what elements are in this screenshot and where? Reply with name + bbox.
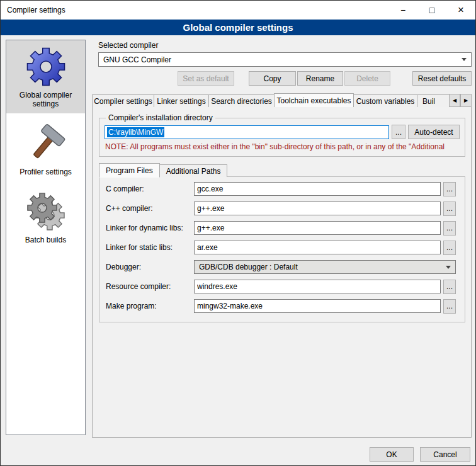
ok-button[interactable]: OK	[370, 447, 414, 462]
minimize-button[interactable]: −	[388, 1, 417, 20]
tab-scroll-right-button[interactable]: ▶	[460, 94, 472, 107]
field-label: Linker for dynamic libs:	[106, 224, 188, 232]
browse-button[interactable]: ...	[443, 202, 456, 216]
browse-button[interactable]: ...	[443, 299, 456, 314]
field-label: C compiler:	[106, 185, 188, 193]
browse-directory-button[interactable]: ...	[392, 125, 405, 139]
resource-compiler-input[interactable]	[194, 280, 441, 293]
sidebar-item-label: Profiler settings	[8, 168, 84, 176]
tab-custom-variables[interactable]: Custom variables	[353, 94, 417, 107]
tab-search-directories[interactable]: Search directories	[208, 94, 275, 107]
rename-button[interactable]: Rename	[297, 71, 343, 86]
close-button[interactable]: ×	[446, 1, 475, 20]
browse-button[interactable]: ...	[443, 241, 456, 255]
delete-button[interactable]: Delete	[344, 71, 390, 86]
tab-scroll-left-button[interactable]: ◀	[449, 94, 460, 107]
set-as-default-button[interactable]: Set as default	[178, 71, 234, 86]
browse-button[interactable]: ...	[443, 280, 456, 294]
browse-button[interactable]: ...	[443, 182, 456, 196]
compiler-settings-window: Compiler settings − □ × Global compiler …	[0, 0, 476, 466]
field-row-static-linker: Linker for static libs: ...	[106, 241, 456, 254]
installation-directory-group: Compiler's installation directory C:\ray…	[99, 113, 465, 157]
cpp-compiler-input[interactable]	[194, 202, 441, 215]
sidebar-item-batch-builds[interactable]: Batch builds	[6, 185, 85, 249]
copy-button[interactable]: Copy	[249, 71, 296, 86]
tab-toolchain-executables[interactable]: Toolchain executables	[274, 93, 354, 107]
auto-detect-button[interactable]: Auto-detect	[408, 125, 460, 139]
debugger-dropdown[interactable]: GDB/CDB debugger : Default	[194, 260, 456, 274]
settings-tab-strip: Compiler settings Linker settings Search…	[92, 93, 472, 107]
selected-compiler-dropdown[interactable]: GNU GCC Compiler	[98, 52, 472, 67]
arrow-right-icon: ▶	[464, 98, 468, 103]
tab-compiler-settings[interactable]: Compiler settings	[92, 94, 154, 107]
selected-compiler-value: GNU GCC Compiler	[103, 55, 171, 64]
browse-button[interactable]: ...	[443, 221, 456, 236]
tab-program-files[interactable]: Program Files	[99, 163, 160, 178]
tabs-viewport: Compiler settings Linker settings Search…	[92, 93, 449, 107]
bin-subdirectory-note: NOTE: All programs must exist either in …	[105, 142, 460, 151]
field-row-c-compiler: C compiler: ...	[106, 182, 456, 196]
sidebar-item-label: Batch builds	[8, 236, 84, 244]
selected-compiler-label: Selected compiler	[98, 41, 158, 50]
compiler-actions: Set as default Copy Rename Delete Reset …	[98, 71, 472, 86]
installation-directory-row: C:\raylib\MinGW ... Auto-detect	[105, 125, 460, 139]
installation-directory-input[interactable]: C:\raylib\MinGW	[105, 125, 389, 139]
sidebar-item-label: Global compiler settings	[8, 91, 84, 108]
debugger-value: GDB/CDB debugger : Default	[199, 263, 298, 271]
field-row-cpp-compiler: C++ compiler: ...	[106, 202, 456, 215]
program-files-tab-strip: Program Files Additional Paths	[99, 162, 471, 177]
title-bar[interactable]: Compiler settings − □ ×	[1, 1, 475, 20]
chevron-down-icon	[446, 266, 451, 269]
dynamic-libs-linker-input[interactable]	[194, 221, 441, 235]
field-row-resource-compiler: Resource compiler: ...	[106, 280, 456, 293]
window-title: Compiler settings	[1, 6, 65, 14]
field-row-dynamic-linker: Linker for dynamic libs: ...	[106, 221, 456, 235]
field-label: C++ compiler:	[106, 204, 188, 213]
window-controls: − □ ×	[388, 1, 475, 20]
program-files-panel: C compiler: ... C++ compiler: ... Linker…	[99, 176, 465, 322]
static-libs-linker-input[interactable]	[194, 241, 441, 254]
profiler-hammer-icon	[26, 123, 66, 164]
blue-gear-icon	[26, 47, 66, 87]
tab-additional-paths[interactable]: Additional Paths	[159, 164, 228, 177]
page-title: Global compiler settings	[1, 20, 475, 35]
field-label: Debugger:	[106, 263, 188, 271]
tab-build-options[interactable]: Buil	[417, 94, 449, 107]
toolchain-executables-page: Compiler's installation directory C:\ray…	[92, 106, 472, 438]
sidebar-item-global-compiler-settings[interactable]: Global compiler settings	[6, 40, 85, 113]
make-program-input[interactable]	[194, 299, 441, 313]
reset-defaults-button[interactable]: Reset defaults	[412, 71, 472, 86]
gray-gears-icon	[26, 191, 66, 232]
tab-linker-settings[interactable]: Linker settings	[154, 94, 209, 107]
field-label: Linker for static libs:	[106, 243, 188, 252]
installation-directory-value: C:\raylib\MinGW	[107, 127, 164, 137]
c-compiler-input[interactable]	[194, 182, 441, 196]
cancel-button[interactable]: Cancel	[420, 447, 470, 462]
main-panel: Selected compiler GNU GCC Compiler Set a…	[92, 40, 472, 438]
maximize-icon: □	[429, 5, 434, 15]
field-label: Resource compiler:	[106, 282, 188, 291]
field-row-make-program: Make program: ...	[106, 299, 456, 313]
chevron-down-icon	[462, 58, 467, 61]
field-row-debugger: Debugger: GDB/CDB debugger : Default	[106, 260, 456, 274]
sidebar-item-profiler-settings[interactable]: Profiler settings	[6, 117, 85, 181]
settings-category-sidebar: Global compiler settings Profiler settin…	[6, 40, 86, 435]
arrow-left-icon: ◀	[453, 98, 456, 103]
close-icon: ×	[458, 4, 464, 16]
installation-directory-group-title: Compiler's installation directory	[106, 113, 215, 122]
minimize-icon: −	[400, 5, 405, 15]
field-label: Make program:	[106, 302, 188, 310]
maximize-button[interactable]: □	[417, 1, 446, 20]
